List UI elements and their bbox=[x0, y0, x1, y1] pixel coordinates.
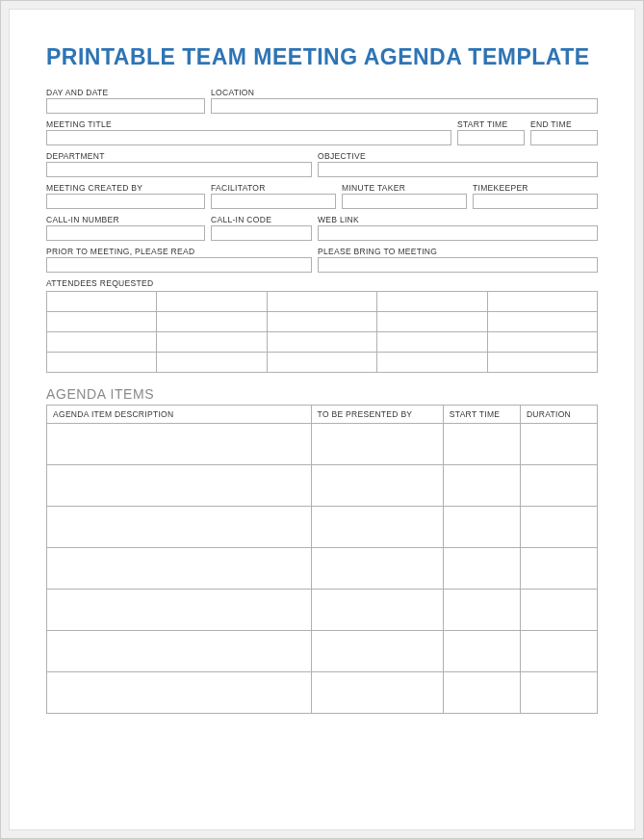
attendees-row bbox=[47, 312, 598, 332]
agenda-cell[interactable] bbox=[443, 631, 520, 672]
agenda-cell[interactable] bbox=[311, 631, 443, 672]
agenda-cell[interactable] bbox=[520, 424, 597, 465]
field-start-time: START TIME bbox=[457, 119, 525, 145]
attendees-cell[interactable] bbox=[157, 312, 267, 332]
field-end-time: END TIME bbox=[530, 119, 598, 145]
field-timekeeper: TIMEKEEPER bbox=[473, 183, 598, 209]
agenda-cell[interactable] bbox=[47, 424, 312, 465]
agenda-cell[interactable] bbox=[47, 672, 312, 714]
input-callin-code[interactable] bbox=[211, 225, 312, 241]
attendees-table bbox=[46, 291, 598, 373]
agenda-row bbox=[47, 424, 598, 465]
attendees-cell[interactable] bbox=[47, 332, 157, 353]
agenda-cell[interactable] bbox=[47, 465, 312, 507]
attendees-cell[interactable] bbox=[487, 312, 597, 332]
agenda-cell[interactable] bbox=[311, 672, 443, 714]
agenda-cell[interactable] bbox=[311, 424, 443, 465]
page-title: PRINTABLE TEAM MEETING AGENDA TEMPLATE bbox=[46, 44, 598, 70]
agenda-cell[interactable] bbox=[311, 507, 443, 548]
col-start-time: START TIME bbox=[443, 406, 520, 424]
row-dept-objective: DEPARTMENT OBJECTIVE bbox=[46, 151, 598, 177]
input-minute-taker[interactable] bbox=[342, 194, 467, 209]
document-frame: PRINTABLE TEAM MEETING AGENDA TEMPLATE D… bbox=[0, 0, 644, 839]
input-day-date[interactable] bbox=[46, 98, 205, 114]
agenda-cell[interactable] bbox=[47, 507, 312, 548]
label-web-link: WEB LINK bbox=[318, 215, 598, 224]
agenda-cell[interactable] bbox=[443, 548, 520, 590]
attendees-cell[interactable] bbox=[267, 353, 376, 373]
agenda-cell[interactable] bbox=[311, 465, 443, 507]
attendees-cell[interactable] bbox=[157, 292, 267, 312]
attendees-cell[interactable] bbox=[47, 292, 157, 312]
input-location[interactable] bbox=[211, 98, 598, 114]
label-objective: OBJECTIVE bbox=[318, 151, 598, 161]
attendees-row bbox=[47, 292, 598, 312]
agenda-cell[interactable] bbox=[520, 507, 597, 548]
field-prior-read: PRIOR TO MEETING, PLEASE READ bbox=[46, 247, 312, 273]
row-callin: CALL-IN NUMBER CALL-IN CODE WEB LINK bbox=[46, 215, 598, 241]
field-objective: OBJECTIVE bbox=[318, 151, 598, 177]
input-end-time[interactable] bbox=[530, 130, 598, 145]
label-prior-read: PRIOR TO MEETING, PLEASE READ bbox=[46, 247, 312, 256]
col-description: AGENDA ITEM DESCRIPTION bbox=[47, 406, 312, 424]
input-created-by[interactable] bbox=[46, 194, 205, 209]
attendees-cell[interactable] bbox=[267, 312, 376, 332]
input-meeting-title[interactable] bbox=[46, 130, 451, 145]
field-please-bring: PLEASE BRING TO MEETING bbox=[318, 247, 598, 273]
attendees-row bbox=[47, 353, 598, 373]
col-duration: DURATION bbox=[520, 406, 597, 424]
attendees-cell[interactable] bbox=[377, 312, 487, 332]
input-timekeeper[interactable] bbox=[473, 194, 598, 209]
input-please-bring[interactable] bbox=[318, 257, 598, 273]
label-created-by: MEETING CREATED BY bbox=[46, 183, 205, 193]
agenda-row bbox=[47, 672, 598, 714]
label-please-bring: PLEASE BRING TO MEETING bbox=[318, 247, 598, 256]
document-page: PRINTABLE TEAM MEETING AGENDA TEMPLATE D… bbox=[9, 9, 635, 830]
label-start-time: START TIME bbox=[457, 119, 525, 129]
agenda-cell[interactable] bbox=[311, 590, 443, 631]
attendees-cell[interactable] bbox=[157, 332, 267, 353]
input-department[interactable] bbox=[46, 162, 312, 177]
input-web-link[interactable] bbox=[318, 225, 598, 241]
attendees-cell[interactable] bbox=[487, 292, 597, 312]
row-title-times: MEETING TITLE START TIME END TIME bbox=[46, 119, 598, 145]
attendees-cell[interactable] bbox=[377, 292, 487, 312]
attendees-cell[interactable] bbox=[267, 332, 376, 353]
agenda-cell[interactable] bbox=[443, 672, 520, 714]
agenda-cell[interactable] bbox=[520, 672, 597, 714]
input-start-time[interactable] bbox=[457, 130, 525, 145]
attendees-cell[interactable] bbox=[487, 332, 597, 353]
agenda-cell[interactable] bbox=[311, 548, 443, 590]
label-callin-number: CALL-IN NUMBER bbox=[46, 215, 205, 224]
agenda-row bbox=[47, 548, 598, 590]
attendees-cell[interactable] bbox=[377, 353, 487, 373]
attendees-cell[interactable] bbox=[47, 353, 157, 373]
input-objective[interactable] bbox=[318, 162, 598, 177]
attendees-cell[interactable] bbox=[377, 332, 487, 353]
attendees-cell[interactable] bbox=[157, 353, 267, 373]
agenda-cell[interactable] bbox=[47, 548, 312, 590]
agenda-cell[interactable] bbox=[443, 590, 520, 631]
agenda-cell[interactable] bbox=[520, 590, 597, 631]
attendees-cell[interactable] bbox=[47, 312, 157, 332]
agenda-cell[interactable] bbox=[520, 548, 597, 590]
agenda-header-row: AGENDA ITEM DESCRIPTION TO BE PRESENTED … bbox=[47, 406, 598, 424]
agenda-cell[interactable] bbox=[443, 507, 520, 548]
field-location: LOCATION bbox=[211, 88, 598, 114]
agenda-cell[interactable] bbox=[47, 631, 312, 672]
input-facilitator[interactable] bbox=[211, 194, 336, 209]
agenda-cell[interactable] bbox=[520, 631, 597, 672]
attendees-row bbox=[47, 332, 598, 353]
agenda-cell[interactable] bbox=[443, 465, 520, 507]
field-callin-number: CALL-IN NUMBER bbox=[46, 215, 205, 241]
attendees-cell[interactable] bbox=[487, 353, 597, 373]
label-meeting-title: MEETING TITLE bbox=[46, 119, 451, 129]
agenda-row bbox=[47, 465, 598, 507]
agenda-cell[interactable] bbox=[443, 424, 520, 465]
input-prior-read[interactable] bbox=[46, 257, 312, 273]
input-callin-number[interactable] bbox=[46, 225, 205, 241]
agenda-cell[interactable] bbox=[520, 465, 597, 507]
agenda-cell[interactable] bbox=[47, 590, 312, 631]
attendees-cell[interactable] bbox=[267, 292, 376, 312]
col-presented-by: TO BE PRESENTED BY bbox=[311, 406, 443, 424]
